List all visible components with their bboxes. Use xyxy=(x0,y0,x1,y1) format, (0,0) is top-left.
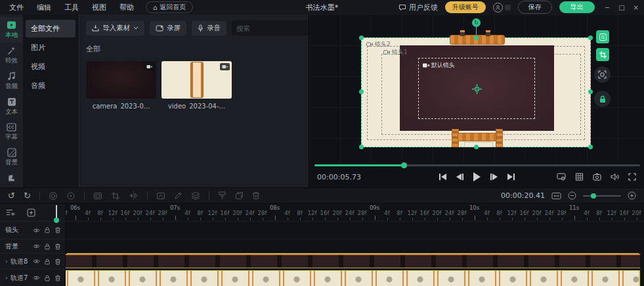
nav-audio[interactable]: 音频 xyxy=(0,68,23,94)
scale-button[interactable] xyxy=(93,191,102,201)
anchor-crosshair-icon[interactable] xyxy=(472,84,482,94)
selection-handle[interactable] xyxy=(588,145,593,149)
track-lane[interactable] xyxy=(66,221,644,239)
delete-button[interactable] xyxy=(252,191,260,200)
eye-icon[interactable] xyxy=(33,227,40,233)
previous-frame-button[interactable] xyxy=(456,174,463,180)
track-lane[interactable] xyxy=(66,269,644,286)
keyframe-button[interactable] xyxy=(49,191,58,201)
restore-button[interactable]: □ xyxy=(618,4,624,11)
save-button[interactable]: 保存 xyxy=(518,1,552,14)
selection-handle[interactable] xyxy=(588,89,593,94)
play-button[interactable] xyxy=(473,172,481,181)
clip-scroll-video[interactable] xyxy=(66,270,640,286)
track-header-row[interactable]: ›轨道8 xyxy=(0,253,65,269)
preview-canvas[interactable]: ↻ 镜头2 xyxy=(309,14,644,162)
media-item-camera[interactable]: camera_2023-0... xyxy=(86,61,156,110)
clip-dark-video[interactable] xyxy=(66,254,640,268)
record-screen-button[interactable]: 录屏 xyxy=(150,21,186,36)
menu-view[interactable]: 视图 xyxy=(92,3,106,12)
snapshot-icon[interactable] xyxy=(593,173,601,181)
track-header-row[interactable]: 镜头 xyxy=(0,221,65,239)
menu-tools[interactable]: 工具 xyxy=(64,3,79,12)
selection-handle[interactable] xyxy=(359,145,364,149)
timeline-ruler[interactable]: 28f06s4f8f12f16f20f24f28f07s4f8f12f16f20… xyxy=(66,204,644,221)
undo-button[interactable]: ↺ xyxy=(8,191,15,200)
lock-icon[interactable] xyxy=(44,227,51,233)
eye-icon[interactable] xyxy=(33,258,40,264)
duplicate-button[interactable] xyxy=(235,191,244,200)
trash-icon[interactable] xyxy=(54,275,61,281)
menu-help[interactable]: 帮助 xyxy=(119,3,134,12)
media-thumbnail[interactable] xyxy=(86,61,156,99)
speed-button[interactable] xyxy=(156,191,165,201)
motion-track-button[interactable] xyxy=(66,191,75,201)
add-track-icon[interactable] xyxy=(27,208,35,217)
trash-icon[interactable] xyxy=(54,227,61,233)
zoom-in-icon[interactable] xyxy=(628,191,636,200)
expand-chevron-icon[interactable]: › xyxy=(5,274,8,281)
crop-button[interactable] xyxy=(111,191,120,201)
flip-button[interactable] xyxy=(129,191,139,200)
lock-icon[interactable] xyxy=(44,258,51,265)
grid-overlay-icon[interactable] xyxy=(575,173,584,181)
selection-handle[interactable] xyxy=(474,36,479,40)
nav-effects[interactable]: 特效 xyxy=(0,43,23,68)
category-images[interactable]: 图片 xyxy=(26,39,75,57)
upgrade-account-button[interactable]: 升级账号 xyxy=(445,1,486,13)
volume-icon[interactable] xyxy=(611,173,619,181)
menu-file[interactable]: 文件 xyxy=(9,3,24,12)
account-menu[interactable] xyxy=(493,3,511,12)
fit-focus-button[interactable] xyxy=(594,66,611,83)
category-videos[interactable]: 视频 xyxy=(26,58,75,76)
playhead[interactable] xyxy=(56,205,57,218)
chevron-down-icon[interactable] xyxy=(133,26,139,30)
track-lane[interactable] xyxy=(66,239,644,253)
track-header-row[interactable]: 背景 xyxy=(0,239,65,253)
category-all-files[interactable]: 全部文件 xyxy=(26,20,75,37)
nav-local[interactable]: 本地 xyxy=(0,17,23,43)
redo-button[interactable]: ↻ xyxy=(24,191,31,200)
selection-handle[interactable] xyxy=(474,145,479,149)
trash-icon[interactable] xyxy=(54,243,61,250)
render-brush-button[interactable] xyxy=(218,191,226,200)
keyframe-panel-button[interactable] xyxy=(596,30,609,43)
track-header-row[interactable]: ›轨道7 xyxy=(0,269,65,286)
media-item-video[interactable]: video_2023-04-... xyxy=(161,61,232,110)
crop-canvas-button[interactable] xyxy=(596,48,609,61)
selection-handle[interactable] xyxy=(359,89,364,94)
zoom-slider-handle[interactable] xyxy=(591,193,596,199)
skip-to-end-button[interactable] xyxy=(507,174,515,180)
nav-subtitles[interactable]: 字幕 xyxy=(0,120,23,145)
edit-properties-button[interactable] xyxy=(174,191,182,200)
minimize-button[interactable]: − xyxy=(605,4,610,11)
rotate-handle-icon[interactable]: ↻ xyxy=(472,18,481,27)
track-lane[interactable] xyxy=(66,253,644,269)
trash-icon[interactable] xyxy=(54,258,61,265)
selection-handle[interactable] xyxy=(359,36,364,40)
fit-timeline-icon[interactable] xyxy=(551,192,561,200)
nav-plugins[interactable] xyxy=(0,170,23,187)
lock-icon[interactable] xyxy=(44,275,51,281)
canvas-selection[interactable]: ↻ 镜头2 xyxy=(361,37,591,147)
feedback-button[interactable]: 用户反馈 xyxy=(398,3,438,12)
menu-edit[interactable]: 编辑 xyxy=(37,3,51,12)
expand-chevron-icon[interactable]: › xyxy=(5,258,8,265)
back-home-button[interactable]: ⌂ 返回首页 xyxy=(146,1,193,13)
lock-button[interactable] xyxy=(594,91,611,107)
nav-background[interactable]: 背景 xyxy=(0,145,23,170)
display-quality-icon[interactable] xyxy=(557,173,566,181)
category-audio[interactable]: 音频 xyxy=(26,77,75,95)
eye-icon[interactable] xyxy=(33,275,40,281)
media-thumbnail[interactable] xyxy=(161,61,232,99)
eye-icon[interactable] xyxy=(33,243,40,249)
next-frame-button[interactable] xyxy=(490,174,498,180)
close-button[interactable]: × xyxy=(633,4,639,11)
nav-text[interactable]: 文本 xyxy=(0,94,23,120)
import-media-button[interactable]: 导入素材 xyxy=(86,21,144,36)
selection-handle[interactable] xyxy=(588,36,593,40)
track-manager-icon[interactable] xyxy=(6,208,16,216)
record-audio-button[interactable]: 录音 xyxy=(192,21,226,36)
export-button[interactable]: 导出 xyxy=(559,1,595,13)
timeline-zoom-slider[interactable] xyxy=(583,195,621,197)
